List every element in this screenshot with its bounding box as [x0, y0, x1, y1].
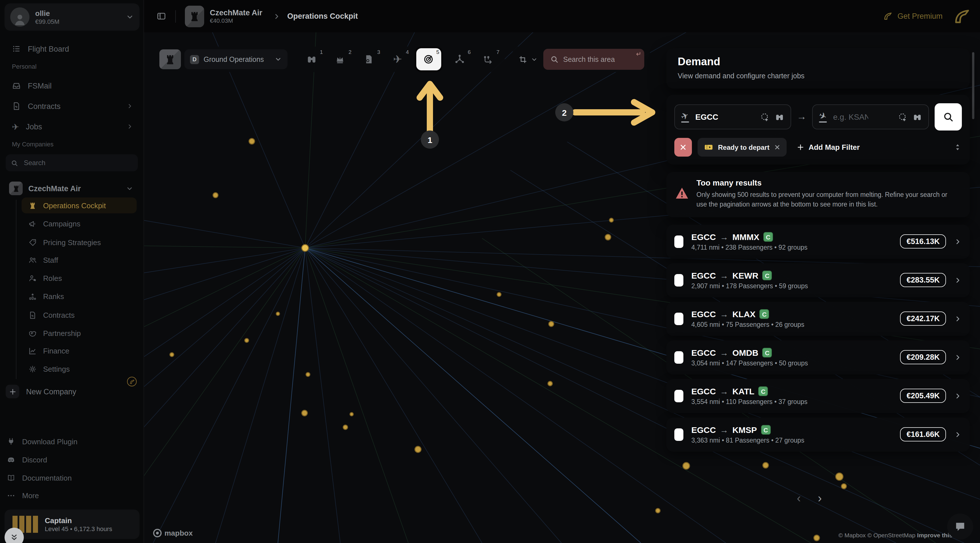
panel-title: Demand	[678, 56, 958, 68]
warning-body: Only showing 500 results to prevent your…	[697, 190, 953, 210]
browse-airports-binoculars-icon[interactable]	[913, 112, 922, 122]
sidebar-item-ranks[interactable]: Ranks	[22, 288, 137, 304]
sidebar-search-input[interactable]	[23, 158, 104, 167]
tool-demand-button-selected[interactable]: 5	[416, 48, 441, 70]
sidebar-item-more[interactable]: More	[7, 487, 138, 503]
row-checkbox[interactable]	[674, 428, 683, 441]
row-checkbox[interactable]	[674, 351, 683, 363]
sidebar-item-partnership[interactable]: Partnership	[22, 325, 137, 341]
pagination-prev-button[interactable]: ‹	[797, 491, 801, 505]
demand-row[interactable]: EGCC→MMMXC 4,711 nmi • 238 Passengers • …	[667, 225, 970, 258]
sidebar-item-roles[interactable]: Roles	[22, 270, 137, 286]
tool-company-button[interactable]: 2	[330, 49, 350, 70]
browse-airports-binoculars-icon[interactable]	[775, 112, 784, 122]
chat-button[interactable]	[947, 513, 973, 540]
row-checkbox[interactable]	[674, 274, 683, 286]
mode-dropdown[interactable]: D Ground Operations	[184, 49, 288, 69]
tool-contracts-button[interactable]: 3	[359, 49, 379, 70]
crop-area-icon[interactable]	[519, 55, 527, 64]
mode-badge: D	[190, 55, 199, 64]
sidebar-item-flight-board[interactable]: Flight Board	[6, 40, 138, 57]
demand-row[interactable]: EGCC→KEWRC 2,907 nmi • 178 Passengers • …	[667, 263, 970, 297]
tool-routes-button[interactable]: 7	[478, 49, 498, 70]
sidebar-item-documentation[interactable]: Documentation	[7, 470, 138, 486]
sidebar-item-fsmail[interactable]: FSMail	[6, 77, 138, 94]
tool-number: 7	[496, 48, 500, 55]
company-map-button[interactable]	[159, 49, 181, 69]
route-arrow: →	[720, 232, 729, 242]
sidebar-item-company-contracts[interactable]: Contracts	[22, 307, 137, 323]
arrival-airport-input[interactable]	[832, 112, 869, 122]
pagination-next-button[interactable]: ›	[818, 491, 822, 505]
get-premium-label: Get Premium	[897, 12, 943, 21]
charter-badge: C	[761, 425, 770, 435]
demand-row[interactable]: EGCC→OMDBC 3,054 nmi • 147 Passengers • …	[667, 340, 970, 374]
chevron-right-icon[interactable]	[954, 430, 962, 438]
flight-board-icon	[12, 44, 21, 53]
filter-chip-ready-to-depart[interactable]: Ready to depart	[698, 138, 786, 157]
departure-airport-input[interactable]	[694, 112, 732, 122]
add-map-filter-button[interactable]: Add Map Filter	[797, 143, 860, 151]
route-arrow: →	[720, 386, 729, 396]
add-airport-circle-icon[interactable]	[898, 112, 907, 122]
mapbox-logo[interactable]: mapbox	[153, 529, 193, 537]
demand-row[interactable]: EGCC→KATLC 3,554 nmi • 110 Passengers • …	[667, 379, 970, 413]
sidebar-item-settings[interactable]: Settings	[22, 361, 137, 377]
sidebar-item-campaigns[interactable]: Campaigns	[22, 216, 137, 231]
demand-row[interactable]: EGCC→KMSPC 3,363 nmi • 81 Passengers • 2…	[667, 417, 970, 451]
add-airport-circle-icon[interactable]	[760, 112, 770, 122]
sidebar-item-staff[interactable]: Staff	[22, 252, 137, 268]
remove-filter-icon[interactable]	[774, 144, 780, 150]
row-checkbox[interactable]	[674, 312, 683, 325]
sidebar-item-contracts[interactable]: Contracts	[6, 97, 138, 115]
sort-icon[interactable]	[953, 143, 962, 151]
company-logo	[9, 182, 23, 195]
demand-search-button[interactable]	[935, 103, 962, 131]
demand-target-icon	[423, 54, 434, 65]
tool-explore-button[interactable]: 1	[301, 49, 322, 70]
route-price-badge: €242.17K	[900, 312, 946, 326]
rank-card[interactable]: Captain Level 45 • 6,172.3 hours	[5, 510, 140, 539]
area-chevron-down-icon[interactable]	[531, 56, 538, 63]
get-premium-button[interactable]: Get Premium	[883, 7, 971, 25]
sidebar-search[interactable]	[6, 154, 138, 171]
panel-scrollbar[interactable]	[972, 52, 974, 119]
sidebar-item-label: Contracts	[28, 102, 61, 110]
sidebar-toggle-icon[interactable]	[156, 11, 166, 21]
company-switcher[interactable]: CzechMate Air	[6, 179, 138, 197]
new-company-button[interactable]: New Company	[6, 384, 138, 400]
sidebar-item-finance[interactable]: Finance	[22, 343, 137, 358]
sidebar-item-download-plugin[interactable]: Download Plugin	[7, 433, 138, 449]
chevron-right-icon[interactable]	[954, 353, 962, 361]
user-menu[interactable]: ollie €99.05M	[5, 3, 140, 31]
charter-badge: C	[764, 232, 773, 242]
search-icon	[11, 159, 18, 167]
sidebar-item-label: Campaigns	[43, 219, 81, 228]
route-arrow: →	[720, 348, 729, 357]
demand-row[interactable]: EGCC→KLAXC 4,605 nmi • 75 Passengers • 2…	[667, 302, 970, 336]
row-checkbox[interactable]	[674, 235, 683, 248]
inbox-icon	[12, 81, 21, 90]
chevron-right-icon[interactable]	[954, 276, 962, 284]
sidebar-item-jobs[interactable]: ✈ Jobs	[6, 118, 138, 135]
tool-network-button[interactable]: 6	[449, 49, 469, 70]
sidebar-item-pricing-strategies[interactable]: Pricing Strategies	[22, 234, 137, 250]
sidebar-item-discord[interactable]: Discord	[7, 452, 138, 468]
chevron-right-icon[interactable]	[954, 237, 962, 245]
company-meta[interactable]: CzechMate Air €40.03M	[210, 8, 262, 24]
search-this-area-button[interactable]: Search this area	[543, 49, 644, 70]
sidebar-item-operations-cockpit[interactable]: Operations Cockpit	[22, 197, 137, 213]
company-logo[interactable]	[185, 5, 204, 27]
route-from: EGCC	[691, 232, 716, 242]
charter-badge: C	[762, 271, 772, 280]
clear-filters-button[interactable]	[674, 138, 692, 157]
rank-detail: Level 45 • 6,172.3 hours	[45, 525, 112, 532]
tool-flights-button[interactable]: ✈ 4	[387, 49, 408, 70]
row-checkbox[interactable]	[674, 390, 683, 402]
chevron-right-icon[interactable]	[954, 315, 962, 323]
chevron-right-icon[interactable]	[954, 392, 962, 400]
sidebar-item-label: Operations Cockpit	[43, 201, 106, 210]
map-attribution-text[interactable]: © Mapbox © OpenStreetMap	[838, 532, 915, 538]
brand-logo-icon	[953, 7, 971, 25]
add-map-filter-label: Add Map Filter	[808, 143, 860, 151]
